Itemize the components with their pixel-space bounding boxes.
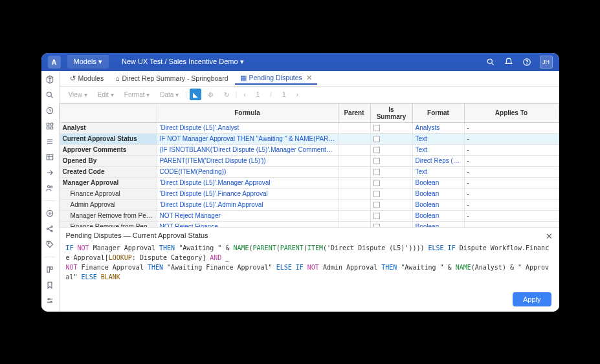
gear-icon[interactable]: ⚙ (204, 90, 217, 100)
parent-cell[interactable] (338, 177, 370, 188)
modules-tab[interactable]: ↺ Modules (65, 72, 109, 84)
summary-cell[interactable] (370, 177, 412, 188)
bell-icon[interactable] (504, 57, 514, 67)
formula-cell[interactable]: 'Direct Dispute (L5)'.Manager Approval (157, 177, 338, 188)
format-cell[interactable]: Analysts (412, 122, 464, 133)
summary-cell[interactable] (370, 144, 412, 155)
close-icon[interactable]: ✕ (546, 231, 553, 241)
prev-page-icon[interactable]: ‹ (239, 90, 249, 100)
summary-cell[interactable] (370, 155, 412, 166)
format-cell[interactable]: Text (412, 144, 464, 155)
row-header[interactable]: Opened By (60, 155, 157, 166)
grid-scroll[interactable]: Formula Parent Is Summary Format Applies… (60, 103, 559, 227)
table-row[interactable]: Current Approval StatusIF NOT Manager Ap… (60, 133, 559, 144)
col-header[interactable]: Is Summary (370, 103, 412, 122)
applies-cell[interactable]: - (464, 210, 559, 221)
table-row[interactable]: Manager Remove from Pending?NOT Reject M… (60, 210, 559, 221)
breadcrumb[interactable]: New UX Test / Sales Incentive Demo ▾ (115, 55, 250, 69)
formula-cell[interactable]: 'Direct Dispute (L5)'.Finance Approval (157, 188, 338, 199)
formula-cell[interactable]: CODE(ITEM(Pending)) (157, 166, 338, 177)
applies-cell[interactable]: - (464, 166, 559, 177)
table-row[interactable]: Created CodeCODE(ITEM(Pending))Text- (60, 166, 559, 177)
search-icon[interactable] (485, 57, 496, 67)
format-cell[interactable]: Text (412, 133, 464, 144)
table-row[interactable]: Manager Approval'Direct Dispute (L5)'.Ma… (60, 177, 559, 188)
format-cell[interactable]: Boolean (412, 177, 464, 188)
row-header[interactable]: Created Code (60, 166, 157, 177)
blueprint-toggle-icon[interactable]: ◣ (190, 89, 201, 100)
table-row[interactable]: Approver Comments(IF ISNOTBLANK('Direct … (60, 144, 559, 155)
summary-cell[interactable] (370, 166, 412, 177)
next-page-icon[interactable]: › (293, 90, 302, 100)
formula-cell[interactable]: NOT Reject Manager (157, 210, 338, 221)
format-menu[interactable]: Format ▾ (120, 90, 153, 100)
plus-circle-icon[interactable] (45, 209, 55, 218)
formula-cell[interactable]: NOT Reject Finance (157, 221, 338, 227)
cube-icon[interactable] (45, 75, 55, 84)
bookmark-icon[interactable] (45, 281, 55, 290)
checkbox-icon[interactable] (373, 136, 380, 142)
parent-cell[interactable] (338, 133, 370, 144)
parent-cell[interactable] (338, 155, 370, 166)
applies-cell[interactable]: - (464, 221, 559, 227)
row-header[interactable]: Admin Approval (60, 199, 157, 210)
block-icon[interactable] (45, 265, 55, 274)
view-menu[interactable]: View ▾ (65, 90, 91, 100)
table-row[interactable]: Opened ByPARENT(ITEM('Direct Dispute (L5… (60, 155, 559, 166)
table-row[interactable]: Admin Approval'Direct Dispute (L5)'.Admi… (60, 199, 559, 210)
dashboard-icon[interactable] (45, 122, 55, 131)
row-header[interactable]: Current Approval Status (60, 133, 157, 144)
parent-cell[interactable] (338, 188, 370, 199)
sliders-icon[interactable] (45, 296, 55, 305)
users-icon[interactable] (45, 184, 55, 193)
col-header[interactable] (60, 103, 157, 122)
share-icon[interactable] (45, 224, 55, 233)
parent-cell[interactable] (338, 166, 370, 177)
tag-icon[interactable] (45, 240, 55, 249)
data-menu[interactable]: Data ▾ (156, 90, 183, 100)
arrow-icon[interactable] (45, 168, 55, 177)
summary-cell[interactable] (370, 210, 412, 221)
help-icon[interactable] (522, 57, 532, 67)
applies-cell[interactable]: - (464, 155, 559, 166)
refresh-icon[interactable]: ↻ (220, 90, 233, 100)
parent-cell[interactable] (338, 210, 370, 221)
formula-cell[interactable]: (IF ISNOTBLANK('Direct Dispute (L5)'.Man… (157, 144, 338, 155)
row-header[interactable]: Finance Approval (60, 188, 157, 199)
checkbox-icon[interactable] (373, 202, 380, 208)
table-row[interactable]: Analyst'Direct Dispute (L5)'.AnalystAnal… (60, 122, 559, 133)
summary-cell[interactable] (370, 199, 412, 210)
applies-cell[interactable]: - (464, 199, 559, 210)
summary-cell[interactable] (370, 221, 412, 227)
col-header[interactable]: Format (412, 103, 464, 122)
parent-cell[interactable] (338, 221, 370, 227)
applies-cell[interactable]: - (464, 188, 559, 199)
checkbox-icon[interactable] (373, 169, 380, 175)
checkbox-icon[interactable] (373, 191, 380, 197)
row-header[interactable]: Approver Comments (60, 144, 157, 155)
format-cell[interactable]: Boolean (412, 199, 464, 210)
table-row[interactable]: Finance Remove from Pending?NOT Reject F… (60, 221, 559, 227)
checkbox-icon[interactable] (373, 158, 380, 164)
summary-cell[interactable] (370, 122, 412, 133)
apply-button[interactable]: Apply (513, 292, 551, 306)
row-header[interactable]: Analyst (60, 122, 157, 133)
applies-cell[interactable]: - (464, 144, 559, 155)
row-header[interactable]: Manager Remove from Pending? (60, 210, 157, 221)
applies-cell[interactable]: - (464, 177, 559, 188)
applies-cell[interactable]: - (464, 122, 559, 133)
checkbox-icon[interactable] (373, 125, 380, 131)
format-cell[interactable]: Boolean (412, 210, 464, 221)
formula-cell[interactable]: 'Direct Dispute (L5)'.Admin Approval (157, 199, 338, 210)
user-avatar[interactable]: JH (540, 56, 553, 69)
app-logo[interactable]: A (48, 56, 61, 69)
models-menu[interactable]: Models ▾ (67, 55, 109, 69)
tab-pending-disputes[interactable]: ▦ Pending Disputes ✕ (235, 72, 317, 85)
checkbox-icon[interactable] (373, 180, 380, 186)
formula-cell[interactable]: IF NOT Manager Approval THEN "Awaiting "… (157, 133, 338, 144)
tab-direct-rep-summary[interactable]: ⌂ Direct Rep Summary - Springboard (110, 72, 233, 84)
format-cell[interactable]: Boolean (412, 221, 464, 227)
close-icon[interactable]: ✕ (306, 74, 312, 81)
parent-cell[interactable] (338, 122, 370, 133)
formula-cell[interactable]: 'Direct Dispute (L5)'.Analyst (157, 122, 338, 133)
